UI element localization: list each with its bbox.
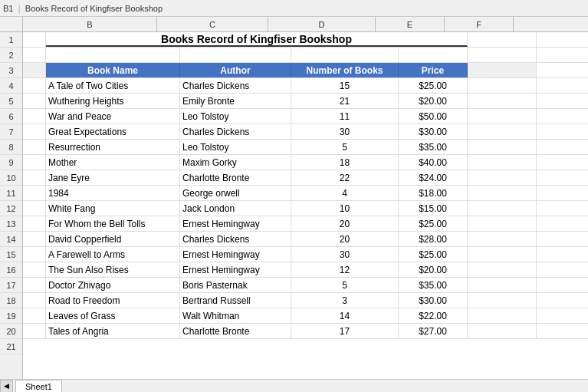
cell-price-1[interactable]: $20.00 <box>399 94 468 108</box>
col-header-b[interactable]: B <box>23 17 157 31</box>
cell-price-4[interactable]: $35.00 <box>399 140 468 154</box>
cell-price-14[interactable]: $30.00 <box>399 293 468 308</box>
cell-a5[interactable] <box>23 94 46 108</box>
cell-a10[interactable] <box>23 170 46 185</box>
cell-author-4[interactable]: Leo Tolstoy <box>180 140 291 154</box>
col-header-e[interactable]: E <box>376 17 445 31</box>
cell-f6[interactable] <box>468 109 537 124</box>
cell-f18[interactable] <box>468 293 537 308</box>
cell-a12[interactable] <box>23 201 46 216</box>
cell-book-10[interactable]: David Copperfield <box>46 232 180 246</box>
col-header-f[interactable]: F <box>445 17 514 31</box>
cell-book-4[interactable]: Resurrection <box>46 140 180 154</box>
sheet-tab[interactable]: Sheet1 <box>15 380 62 392</box>
cell-author-14[interactable]: Bertrand Russell <box>180 293 291 308</box>
cell-book-13[interactable]: Doctor Zhivago <box>46 278 180 292</box>
cell-count-3[interactable]: 30 <box>291 124 399 139</box>
cell-a17[interactable] <box>23 278 46 292</box>
cell-f5[interactable] <box>468 94 537 108</box>
cell-a11[interactable] <box>23 186 46 200</box>
cell-price-15[interactable]: $22.00 <box>399 308 468 323</box>
cell-author-9[interactable]: Ernest Hemingway <box>180 216 291 231</box>
cell-count-13[interactable]: 5 <box>291 278 399 292</box>
cell-f4[interactable] <box>468 78 537 93</box>
cell-f11[interactable] <box>468 186 537 200</box>
cell-author-12[interactable]: Ernest Hemingway <box>180 262 291 277</box>
cell-f3[interactable] <box>468 63 537 77</box>
cell-a6[interactable] <box>23 109 46 124</box>
cell-a14[interactable] <box>23 232 46 246</box>
cell-author-7[interactable]: George orwell <box>180 186 291 200</box>
cell-book-12[interactable]: The Sun Also Rises <box>46 262 180 277</box>
scrollbar-area[interactable]: ◀ Sheet1 <box>0 379 588 392</box>
cell-price-2[interactable]: $50.00 <box>399 109 468 124</box>
cell-book-5[interactable]: Mother <box>46 155 180 170</box>
cell-f9[interactable] <box>468 155 537 170</box>
cell-price-9[interactable]: $25.00 <box>399 216 468 231</box>
cell-f10[interactable] <box>468 170 537 185</box>
cell-price-16[interactable]: $27.00 <box>399 324 468 338</box>
cell-count-15[interactable]: 14 <box>291 308 399 323</box>
cell-d2[interactable] <box>291 48 399 62</box>
cell-author-13[interactable]: Boris Pasternak <box>180 278 291 292</box>
scroll-left-button[interactable]: ◀ <box>0 380 13 393</box>
cell-count-9[interactable]: 20 <box>291 216 399 231</box>
cell-count-8[interactable]: 10 <box>291 201 399 216</box>
cell-title[interactable]: Books Record of Kingfiser Bookshop <box>46 32 468 47</box>
cell-e2[interactable] <box>399 48 468 62</box>
cell-f16[interactable] <box>468 262 537 277</box>
cell-author-16[interactable]: Charlotte Bronte <box>180 324 291 338</box>
cell-book-7[interactable]: 1984 <box>46 186 180 200</box>
col-header-a[interactable] <box>0 17 23 31</box>
cell-book-14[interactable]: Road to Freedom <box>46 293 180 308</box>
cell-book-15[interactable]: Leaves of Grass <box>46 308 180 323</box>
cell-count-14[interactable]: 3 <box>291 293 399 308</box>
cell-a13[interactable] <box>23 216 46 231</box>
cell-count-11[interactable]: 30 <box>291 247 399 262</box>
cell-book-1[interactable]: Wuthering Heights <box>46 94 180 108</box>
cell-f2[interactable] <box>468 48 537 62</box>
cell-book-8[interactable]: White Fang <box>46 201 180 216</box>
cell-count-12[interactable]: 12 <box>291 262 399 277</box>
cell-a3[interactable] <box>23 63 46 77</box>
cell-book-9[interactable]: For Whom the Bell Tolls <box>46 216 180 231</box>
cell-price-12[interactable]: $20.00 <box>399 262 468 277</box>
cell-f12[interactable] <box>468 201 537 216</box>
cell-count-4[interactable]: 5 <box>291 140 399 154</box>
cell-a2[interactable] <box>23 48 46 62</box>
cell-price-7[interactable]: $18.00 <box>399 186 468 200</box>
cell-a7[interactable] <box>23 124 46 139</box>
cell-count-7[interactable]: 4 <box>291 186 399 200</box>
cell-author-11[interactable]: Ernest Hemingway <box>180 247 291 262</box>
cell-author-10[interactable]: Charles Dickens <box>180 232 291 246</box>
cell-author-8[interactable]: Jack London <box>180 201 291 216</box>
cell-author-2[interactable]: Leo Tolstoy <box>180 109 291 124</box>
cell-f8[interactable] <box>468 140 537 154</box>
cell-author-3[interactable]: Charles Dickens <box>180 124 291 139</box>
cell-count-5[interactable]: 18 <box>291 155 399 170</box>
cell-f13[interactable] <box>468 216 537 231</box>
cell-book-16[interactable]: Tales of Angria <box>46 324 180 338</box>
cell-a15[interactable] <box>23 247 46 262</box>
cell-a18[interactable] <box>23 293 46 308</box>
cell-book-0[interactable]: A Tale of Two Cities <box>46 78 180 93</box>
cell-price-3[interactable]: $30.00 <box>399 124 468 139</box>
cell-author-6[interactable]: Charlotte Bronte <box>180 170 291 185</box>
cell-author-15[interactable]: Walt Whitman <box>180 308 291 323</box>
cell-f1[interactable] <box>468 32 537 47</box>
cell-book-3[interactable]: Great Expectations <box>46 124 180 139</box>
cell-a19[interactable] <box>23 308 46 323</box>
cell-count-6[interactable]: 22 <box>291 170 399 185</box>
cell-count-1[interactable]: 21 <box>291 94 399 108</box>
cell-b2[interactable] <box>46 48 180 62</box>
cell-a9[interactable] <box>23 155 46 170</box>
cell-price-6[interactable]: $24.00 <box>399 170 468 185</box>
cell-book-2[interactable]: War and Peace <box>46 109 180 124</box>
cell-author-5[interactable]: Maxim Gorky <box>180 155 291 170</box>
cell-price-8[interactable]: $15.00 <box>399 201 468 216</box>
cell-book-6[interactable]: Jane Eyre <box>46 170 180 185</box>
cell-author-1[interactable]: Emily Bronte <box>180 94 291 108</box>
cell-price-11[interactable]: $25.00 <box>399 247 468 262</box>
col-header-c[interactable]: C <box>157 17 268 31</box>
cell-a16[interactable] <box>23 262 46 277</box>
